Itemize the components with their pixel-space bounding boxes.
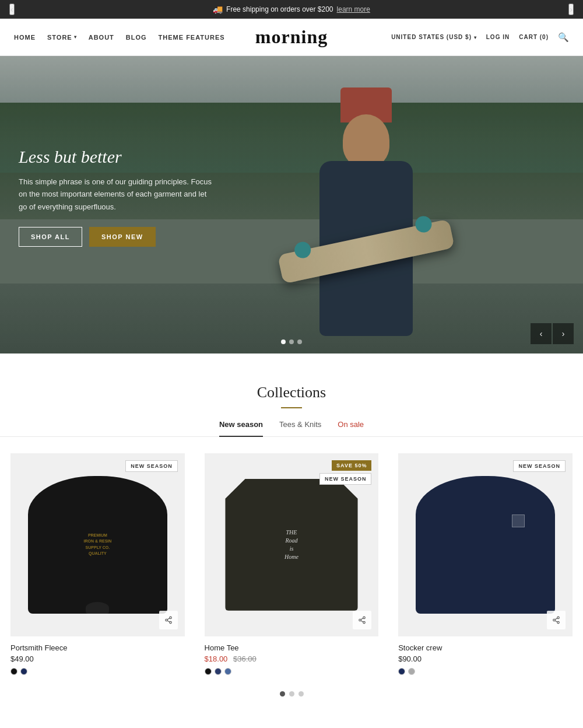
nav-cart[interactable]: CART (0) — [519, 34, 549, 40]
announcement-next-button[interactable]: › — [568, 4, 574, 15]
svg-line-4 — [167, 618, 170, 620]
share-button-stocker[interactable] — [547, 611, 566, 629]
swatch-black[interactable] — [205, 668, 212, 675]
chevron-down-icon: ▾ — [74, 34, 77, 40]
product-image-portsmith[interactable]: PREMIUMIRON & RESINSUPPLY CO.QUALITY NEW… — [10, 453, 185, 636]
svg-line-9 — [361, 618, 363, 620]
brand-logo[interactable]: morning — [255, 26, 328, 48]
hero-dot-1[interactable] — [281, 340, 286, 344]
product-badge-save: SAVE 50% — [332, 460, 371, 471]
nav-blog[interactable]: BLOG — [126, 34, 147, 41]
search-icon[interactable]: 🔍 — [558, 32, 569, 43]
hometee-image: THERoadisHome — [225, 479, 357, 611]
svg-point-7 — [363, 621, 366, 624]
svg-line-3 — [167, 621, 170, 622]
product-card-portsmith: PREMIUMIRON & RESINSUPPLY CO.QUALITY NEW… — [10, 453, 185, 675]
svg-point-11 — [553, 619, 556, 621]
hero-next-button[interactable]: › — [553, 323, 574, 344]
svg-point-6 — [359, 619, 361, 621]
collections-heading: Collections — [0, 384, 583, 401]
swatch-blue[interactable] — [224, 668, 231, 675]
announcement-prev-button[interactable]: ‹ — [9, 4, 15, 15]
share-button-portsmith[interactable] — [159, 611, 178, 629]
swatch-mid-navy[interactable] — [215, 668, 222, 675]
hero-prev-button[interactable]: ‹ — [531, 323, 552, 344]
product-swatches-portsmith — [10, 668, 185, 675]
pagination-dot-3[interactable] — [298, 691, 304, 696]
nav-home[interactable]: HOME — [14, 34, 36, 41]
svg-point-1 — [166, 619, 168, 621]
product-name-hometee: Home Tee — [205, 643, 379, 652]
svg-point-0 — [170, 617, 172, 619]
announcement-bar: ‹ 🚚 Free shipping on orders over $200 le… — [0, 0, 583, 19]
svg-line-13 — [555, 621, 557, 622]
product-grid: PREMIUMIRON & RESINSUPPLY CO.QUALITY NEW… — [0, 453, 583, 675]
nav-theme-features[interactable]: THEME FEATURES — [159, 34, 225, 41]
product-badge-new-season-3: NEW SEASON — [513, 460, 566, 472]
product-image-stocker[interactable]: NEW SEASON — [398, 453, 573, 636]
nav-store[interactable]: STORE ▾ — [47, 34, 77, 41]
product-badge-new-season: NEW SEASON — [125, 460, 178, 472]
product-name-stocker: Stocker crew — [398, 643, 573, 652]
hero-dot-3[interactable] — [297, 340, 302, 344]
shop-new-button[interactable]: SHOP NEW — [89, 227, 156, 247]
collections-underline — [281, 407, 302, 408]
svg-line-8 — [361, 621, 363, 622]
hometee-text: THERoadisHome — [285, 528, 298, 561]
chevron-down-icon: ▾ — [474, 35, 477, 40]
tab-on-sale[interactable]: On sale — [338, 420, 364, 437]
tab-tees-knits[interactable]: Tees & Knits — [279, 420, 321, 437]
main-nav: HOME STORE ▾ ABOUT BLOG THEME FEATURES m… — [0, 19, 583, 56]
hero-title: Less but better — [19, 146, 217, 167]
svg-point-12 — [557, 621, 560, 624]
product-price-hometee: $18.00 $36.00 — [205, 654, 379, 663]
svg-point-2 — [170, 621, 172, 624]
share-button-hometee[interactable] — [353, 611, 371, 629]
product-card-stocker: NEW SEASON Stocker crew $90.00 — [398, 453, 573, 675]
stocker-sweater-image — [416, 476, 555, 613]
tab-new-season[interactable]: New season — [219, 420, 263, 437]
truck-icon: 🚚 — [213, 5, 223, 14]
svg-point-5 — [363, 617, 366, 619]
product-swatches-hometee — [205, 668, 379, 675]
pagination-dots — [0, 691, 583, 696]
swatch-navy[interactable] — [20, 668, 27, 675]
svg-line-14 — [555, 618, 557, 620]
svg-point-10 — [557, 617, 560, 619]
shop-all-button[interactable]: SHOP ALL — [19, 227, 82, 247]
nav-region[interactable]: UNITED STATES (USD $) ▾ — [391, 34, 477, 40]
collections-tabs: New season Tees & Knits On sale — [0, 420, 583, 437]
product-badge-new-season-2: NEW SEASON — [319, 473, 372, 485]
portsmith-sweater-image: PREMIUMIRON & RESINSUPPLY CO.QUALITY — [28, 476, 167, 613]
product-price-stocker: $90.00 — [398, 654, 573, 663]
portsmith-logo: PREMIUMIRON & RESINSUPPLY CO.QUALITY — [83, 533, 111, 557]
hero-dots — [281, 340, 302, 344]
nav-login[interactable]: LOG IN — [486, 34, 510, 40]
hero-section: Less but better This simple phrase is on… — [0, 56, 583, 354]
swatch-grey[interactable] — [408, 668, 415, 675]
hero-nav-arrows: ‹ › — [531, 323, 574, 344]
hero-dot-2[interactable] — [289, 340, 294, 344]
announcement-text: Free shipping on orders over $200 — [226, 5, 333, 13]
collections-section: Collections New season Tees & Knits On s… — [0, 354, 583, 728]
hero-buttons: SHOP ALL SHOP NEW — [19, 227, 217, 247]
hero-body: This simple phrase is one of our guiding… — [19, 176, 217, 213]
nav-about[interactable]: ABOUT — [89, 34, 114, 41]
product-name-portsmith: Portsmith Fleece — [10, 643, 185, 652]
pagination-dot-2[interactable] — [289, 691, 294, 696]
announcement-link[interactable]: learn more — [337, 5, 370, 13]
product-swatches-stocker — [398, 668, 573, 675]
hero-content: Less but better This simple phrase is on… — [19, 146, 217, 247]
product-card-hometee: THERoadisHome SAVE 50% NEW SEASON Home T… — [205, 453, 379, 675]
pagination-dot-1[interactable] — [280, 691, 285, 696]
swatch-black[interactable] — [10, 668, 17, 675]
product-price-portsmith: $49.00 — [10, 654, 185, 663]
swatch-navy[interactable] — [398, 668, 405, 675]
product-image-hometee[interactable]: THERoadisHome SAVE 50% NEW SEASON — [205, 453, 379, 636]
